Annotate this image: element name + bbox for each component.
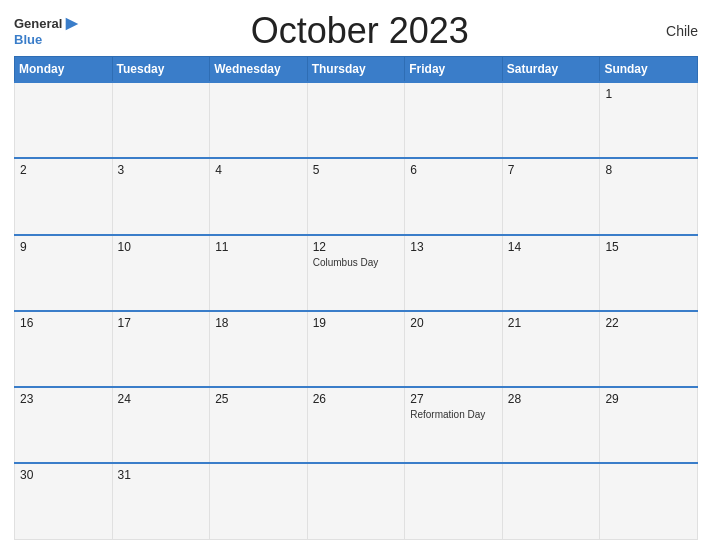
week-row-2: 9101112Columbus Day131415 [15,235,698,311]
calendar-title-block: October 2023 [81,10,638,52]
header-friday: Friday [405,57,503,83]
day-num-3-4: 20 [410,316,497,330]
cell-3-6: 22 [600,311,698,387]
cell-1-6: 8 [600,158,698,234]
day-event-4-4: Reformation Day [410,408,497,421]
cell-4-6: 29 [600,387,698,463]
cell-4-5: 28 [502,387,600,463]
cell-2-0: 9 [15,235,113,311]
day-num-1-1: 3 [118,163,205,177]
week-row-1: 2345678 [15,158,698,234]
day-num-2-6: 15 [605,240,692,254]
cell-5-6 [600,463,698,539]
cell-4-2: 25 [210,387,308,463]
day-num-3-2: 18 [215,316,302,330]
day-num-4-4: 27 [410,392,497,406]
header-monday: Monday [15,57,113,83]
day-num-3-6: 22 [605,316,692,330]
cell-1-5: 7 [502,158,600,234]
cell-4-4: 27Reformation Day [405,387,503,463]
day-num-3-0: 16 [20,316,107,330]
weekday-header-row: Monday Tuesday Wednesday Thursday Friday… [15,57,698,83]
cell-2-3: 12Columbus Day [307,235,405,311]
calendar-header: General Blue October 2023 Chile [14,10,698,52]
day-num-2-3: 12 [313,240,400,254]
cell-4-3: 26 [307,387,405,463]
cell-5-0: 30 [15,463,113,539]
week-row-0: 1 [15,82,698,158]
cell-0-2 [210,82,308,158]
cell-0-5 [502,82,600,158]
day-num-3-5: 21 [508,316,595,330]
logo-block: General Blue [14,15,81,47]
day-num-2-1: 10 [118,240,205,254]
day-event-2-3: Columbus Day [313,256,400,269]
cell-0-1 [112,82,210,158]
cell-1-3: 5 [307,158,405,234]
week-row-3: 16171819202122 [15,311,698,387]
logo-general: General [14,17,62,31]
day-num-1-3: 5 [313,163,400,177]
cell-0-4 [405,82,503,158]
calendar-title: October 2023 [251,10,469,51]
cell-1-0: 2 [15,158,113,234]
cell-3-2: 18 [210,311,308,387]
cell-2-6: 15 [600,235,698,311]
week-row-4: 2324252627Reformation Day2829 [15,387,698,463]
cell-2-5: 14 [502,235,600,311]
day-num-5-0: 30 [20,468,107,482]
day-num-3-3: 19 [313,316,400,330]
cell-0-6: 1 [600,82,698,158]
day-num-1-6: 8 [605,163,692,177]
cell-5-4 [405,463,503,539]
calendar-table: Monday Tuesday Wednesday Thursday Friday… [14,56,698,540]
day-num-4-1: 24 [118,392,205,406]
day-num-1-0: 2 [20,163,107,177]
day-num-2-2: 11 [215,240,302,254]
cell-5-3 [307,463,405,539]
svg-marker-0 [66,18,79,31]
header-thursday: Thursday [307,57,405,83]
day-num-2-5: 14 [508,240,595,254]
day-num-4-2: 25 [215,392,302,406]
day-num-4-3: 26 [313,392,400,406]
cell-1-4: 6 [405,158,503,234]
cell-1-1: 3 [112,158,210,234]
cell-2-4: 13 [405,235,503,311]
cell-3-0: 16 [15,311,113,387]
cell-3-1: 17 [112,311,210,387]
cell-3-3: 19 [307,311,405,387]
day-num-1-4: 6 [410,163,497,177]
day-num-3-1: 17 [118,316,205,330]
day-num-5-1: 31 [118,468,205,482]
cell-2-1: 10 [112,235,210,311]
header-saturday: Saturday [502,57,600,83]
cell-2-2: 11 [210,235,308,311]
logo-blue: Blue [14,33,42,47]
cell-0-0 [15,82,113,158]
cell-4-0: 23 [15,387,113,463]
day-num-4-6: 29 [605,392,692,406]
cell-5-1: 31 [112,463,210,539]
cell-4-1: 24 [112,387,210,463]
day-num-4-5: 28 [508,392,595,406]
week-row-5: 3031 [15,463,698,539]
header-tuesday: Tuesday [112,57,210,83]
day-num-1-2: 4 [215,163,302,177]
day-num-2-4: 13 [410,240,497,254]
country-label: Chile [638,23,698,39]
cell-3-5: 21 [502,311,600,387]
logo: General Blue [14,15,81,47]
day-num-1-5: 7 [508,163,595,177]
calendar-page: General Blue October 2023 Chile Monday T… [0,0,712,550]
cell-1-2: 4 [210,158,308,234]
cell-3-4: 20 [405,311,503,387]
cell-5-2 [210,463,308,539]
cell-0-3 [307,82,405,158]
day-num-4-0: 23 [20,392,107,406]
logo-flag-icon [63,15,81,33]
day-num-2-0: 9 [20,240,107,254]
header-sunday: Sunday [600,57,698,83]
day-num-0-6: 1 [605,87,692,101]
header-wednesday: Wednesday [210,57,308,83]
